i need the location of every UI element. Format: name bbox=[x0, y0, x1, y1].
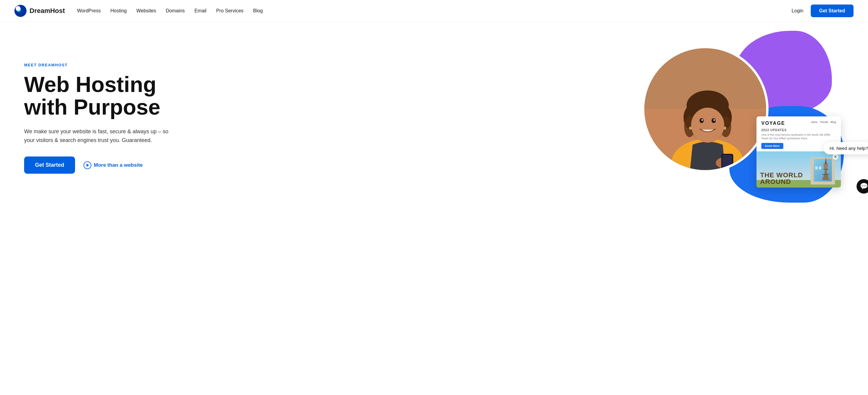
hero-title-line1: Web Hosting bbox=[24, 72, 156, 96]
voyage-nav-trends: Trends bbox=[820, 121, 828, 124]
login-link[interactable]: Login bbox=[792, 8, 804, 13]
svg-rect-26 bbox=[814, 159, 832, 182]
hero-eyebrow: MEET DREAMHOST bbox=[24, 63, 175, 67]
logo-text: DreamHost bbox=[30, 7, 65, 15]
nav-links: WordPress Hosting Websites Domains Email… bbox=[77, 8, 263, 13]
nav-item-email[interactable]: Email bbox=[194, 8, 207, 13]
logo[interactable]: DreamHost bbox=[14, 5, 65, 17]
nav-item-blog[interactable]: Blog bbox=[253, 8, 263, 13]
hero-image-circle bbox=[642, 46, 769, 173]
svg-point-16 bbox=[701, 119, 703, 121]
nav-item-domains[interactable]: Domains bbox=[166, 8, 185, 13]
svg-rect-30 bbox=[824, 169, 828, 170]
svg-point-13 bbox=[691, 108, 724, 143]
svg-point-2 bbox=[17, 7, 20, 10]
play-icon bbox=[84, 161, 91, 169]
voyage-overlay-line2: AROUND bbox=[760, 179, 803, 185]
svg-point-17 bbox=[713, 119, 715, 121]
voyage-image-section: THE WORLD AROUND ✕ bbox=[756, 151, 841, 187]
hero-title: Web Hosting with Purpose bbox=[24, 73, 175, 119]
voyage-text-overlay: THE WORLD AROUND bbox=[760, 172, 803, 185]
nav-item-pro-services[interactable]: Pro Services bbox=[216, 8, 244, 13]
nav-item-wordpress[interactable]: WordPress bbox=[77, 8, 101, 13]
person-illustration bbox=[644, 48, 769, 173]
svg-rect-33 bbox=[819, 166, 821, 170]
nav-right: Login Get Started bbox=[792, 4, 854, 17]
nav-item-websites[interactable]: Websites bbox=[136, 8, 156, 13]
svg-rect-32 bbox=[815, 166, 818, 170]
voyage-know-more[interactable]: Know More bbox=[761, 143, 783, 149]
voyage-subtitle: 2022 UPDATES bbox=[761, 128, 836, 132]
hero-content: MEET DREAMHOST Web Hosting with Purpose … bbox=[24, 63, 175, 174]
hero-description: We make sure your website is fast, secur… bbox=[24, 127, 175, 145]
voyage-overlay-line1: THE WORLD bbox=[760, 172, 803, 179]
voyage-close-button[interactable]: ✕ bbox=[832, 154, 838, 160]
svg-rect-29 bbox=[823, 174, 829, 175]
hero-title-line2: with Purpose bbox=[24, 95, 160, 119]
voyage-nav-links: More Trends Blog bbox=[811, 121, 836, 124]
voyage-title-row: VOYAGE More Trends Blog bbox=[761, 121, 836, 126]
nav-left: DreamHost WordPress Hosting Websites Dom… bbox=[14, 5, 263, 17]
get-started-hero-button[interactable]: Get Started bbox=[24, 156, 75, 174]
get-started-nav-button[interactable]: Get Started bbox=[811, 4, 854, 17]
chat-button[interactable]: 💬 bbox=[857, 179, 868, 193]
hero-visual: VOYAGE More Trends Blog 2022 UPDATES One… bbox=[633, 40, 844, 196]
svg-point-19 bbox=[723, 127, 726, 130]
navbar: DreamHost WordPress Hosting Websites Dom… bbox=[0, 0, 868, 22]
chat-button-icon: 💬 bbox=[860, 182, 868, 190]
logo-icon bbox=[14, 5, 27, 17]
chat-bubble: Hi. Need any help? bbox=[824, 142, 868, 154]
voyage-nav-blog: Blog bbox=[831, 121, 836, 124]
more-than-website-link[interactable]: More than a website bbox=[84, 161, 143, 169]
hero-actions: Get Started More than a website bbox=[24, 156, 175, 174]
svg-point-18 bbox=[689, 127, 692, 130]
more-link-label: More than a website bbox=[94, 162, 143, 168]
nav-item-hosting[interactable]: Hosting bbox=[110, 8, 127, 13]
voyage-desc: One of the most famous landmarks in the … bbox=[761, 133, 836, 141]
hero-section: MEET DREAMHOST Web Hosting with Purpose … bbox=[0, 22, 868, 215]
dreamhost-logo-svg bbox=[14, 5, 27, 17]
svg-point-1 bbox=[16, 7, 21, 12]
voyage-brand: VOYAGE bbox=[761, 121, 785, 126]
voyage-nav-more: More bbox=[811, 121, 818, 124]
